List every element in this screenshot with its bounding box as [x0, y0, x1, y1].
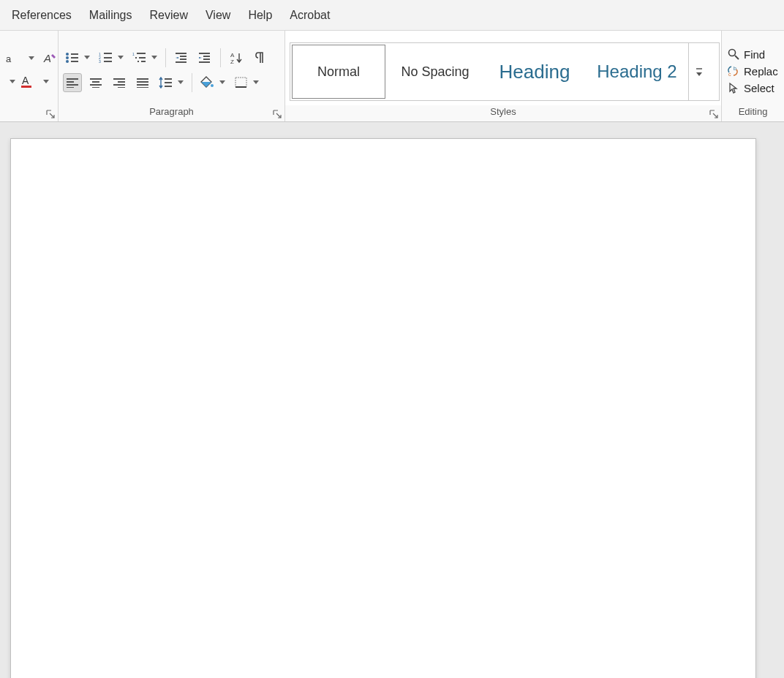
svg-rect-47 — [137, 87, 148, 88]
font-color-caret-left[interactable] — [9, 74, 16, 90]
svg-rect-9 — [71, 61, 78, 62]
svg-rect-11 — [104, 53, 112, 54]
align-right-button[interactable] — [110, 73, 129, 92]
svg-text:A: A — [22, 75, 29, 86]
line-spacing-button[interactable] — [157, 73, 186, 92]
svg-rect-34 — [67, 84, 78, 86]
tab-review[interactable]: Review — [141, 4, 197, 26]
sort-button[interactable]: A Z — [227, 48, 246, 67]
svg-rect-20 — [137, 61, 139, 62]
change-case-button[interactable]: a — [4, 50, 20, 67]
tab-references[interactable]: References — [3, 4, 80, 26]
document-page[interactable] — [10, 138, 756, 678]
svg-rect-19 — [139, 57, 146, 59]
svg-rect-17 — [137, 53, 146, 54]
svg-point-6 — [66, 56, 69, 59]
svg-rect-36 — [90, 78, 102, 80]
align-center-button[interactable] — [86, 73, 105, 92]
justify-button[interactable] — [133, 73, 152, 92]
numbering-button[interactable]: 1 2 3 — [97, 48, 126, 67]
document-area — [0, 122, 784, 678]
increase-indent-button[interactable] — [195, 48, 214, 67]
svg-rect-23 — [180, 56, 186, 57]
styles-dialog-launcher[interactable] — [709, 110, 718, 118]
svg-text:A: A — [43, 52, 51, 64]
svg-rect-44 — [137, 78, 148, 80]
svg-text:b: b — [734, 66, 736, 71]
svg-rect-22 — [176, 53, 186, 54]
tab-view[interactable]: View — [197, 4, 239, 26]
svg-rect-21 — [141, 61, 146, 62]
svg-rect-15 — [104, 61, 112, 62]
svg-rect-41 — [118, 81, 125, 83]
svg-rect-52 — [235, 78, 246, 87]
svg-rect-26 — [199, 53, 210, 54]
svg-rect-48 — [165, 78, 172, 80]
styles-group-label: Styles — [285, 105, 721, 121]
style-normal[interactable]: Normal — [292, 45, 385, 99]
paragraph-dialog-launcher[interactable] — [273, 110, 282, 118]
svg-rect-37 — [92, 81, 99, 83]
svg-rect-5 — [71, 53, 78, 55]
svg-rect-24 — [180, 59, 186, 60]
svg-rect-38 — [90, 84, 102, 86]
replace-button[interactable]: b c Replac — [728, 65, 780, 78]
svg-line-56 — [735, 56, 739, 59]
separator — [165, 48, 166, 67]
find-label: Find — [744, 48, 765, 61]
tab-mailings[interactable]: Mailings — [80, 4, 141, 26]
styles-more-button[interactable] — [688, 43, 709, 100]
multilevel-list-button[interactable]: 1 — [130, 48, 159, 67]
search-icon — [728, 48, 739, 60]
bullets-button[interactable] — [63, 48, 92, 67]
font-dialog-launcher[interactable] — [46, 110, 55, 118]
decrease-indent-button[interactable] — [172, 48, 191, 67]
separator — [220, 48, 221, 67]
svg-point-4 — [66, 53, 69, 56]
font-group-label — [0, 105, 58, 121]
svg-rect-35 — [67, 87, 74, 88]
style-heading-1[interactable]: Heading — [483, 43, 586, 100]
svg-rect-50 — [165, 86, 172, 87]
svg-rect-28 — [203, 59, 210, 60]
svg-rect-42 — [113, 84, 125, 86]
editing-group: Find b c Replac — [722, 31, 784, 121]
align-left-button[interactable] — [63, 73, 82, 92]
svg-rect-33 — [67, 81, 74, 83]
svg-text:A: A — [230, 52, 235, 59]
style-no-spacing[interactable]: No Spacing — [387, 43, 483, 100]
select-label: Select — [744, 82, 774, 94]
svg-text:c: c — [728, 72, 731, 77]
svg-point-51 — [211, 84, 214, 87]
clear-formatting-button[interactable]: A — [42, 50, 59, 67]
svg-text:1: 1 — [132, 52, 135, 56]
svg-rect-29 — [199, 61, 210, 63]
svg-point-55 — [729, 50, 736, 56]
font-color-caret[interactable] — [38, 74, 54, 90]
paragraph-group: 1 2 3 1 — [59, 31, 285, 121]
svg-rect-40 — [113, 78, 125, 80]
tab-acrobat[interactable]: Acrobat — [281, 4, 339, 26]
cursor-icon — [728, 82, 739, 94]
show-hide-marks-button[interactable] — [250, 48, 269, 67]
svg-rect-3 — [21, 86, 31, 88]
change-case-caret[interactable] — [23, 50, 39, 67]
ribbon-tabs: References Mailings Review View Help Acr… — [0, 0, 784, 31]
separator — [192, 73, 192, 92]
styles-gallery: Normal No Spacing Heading Heading 2 — [290, 42, 720, 101]
editing-group-label: Editing — [722, 105, 784, 121]
style-heading-2[interactable]: Heading 2 — [586, 43, 688, 100]
tab-help[interactable]: Help — [239, 4, 281, 26]
shading-button[interactable] — [198, 73, 227, 92]
svg-text:a: a — [6, 53, 12, 64]
svg-point-8 — [66, 60, 69, 63]
svg-rect-49 — [165, 82, 172, 83]
svg-rect-43 — [118, 87, 125, 88]
borders-button[interactable] — [232, 73, 261, 92]
select-button[interactable]: Select — [728, 82, 780, 94]
svg-rect-32 — [67, 78, 78, 80]
paragraph-group-label: Paragraph — [59, 105, 284, 121]
find-button[interactable]: Find — [728, 48, 780, 61]
styles-group: Normal No Spacing Heading Heading 2 Styl… — [285, 31, 722, 121]
font-color-button[interactable]: A — [19, 74, 35, 90]
